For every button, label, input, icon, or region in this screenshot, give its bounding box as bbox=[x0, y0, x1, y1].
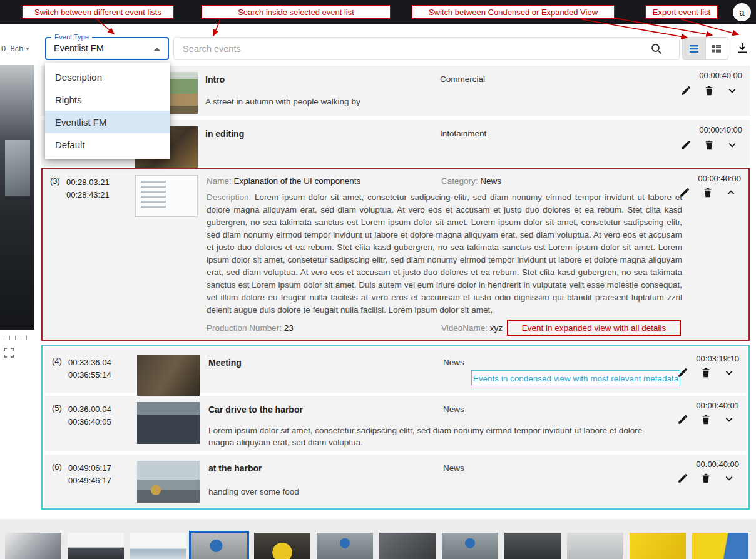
filmstrip-thumbnail[interactable] bbox=[442, 533, 498, 559]
event-row-4: (4) 00:33:36:0400:36:55:14 Meeting News … bbox=[44, 349, 747, 393]
event-timecodes: 00:28:03:2100:28:43:21 bbox=[66, 176, 110, 201]
event-description: handing over some food bbox=[208, 486, 299, 498]
event-category-line: Category: News bbox=[441, 176, 501, 186]
condensed-rows-group: (4) 00:33:36:0400:36:55:14 Meeting News … bbox=[41, 345, 750, 510]
edit-button[interactable] bbox=[677, 366, 689, 379]
event-description: Lorem ipsum dolor sit amet, consetetur s… bbox=[208, 425, 659, 448]
event-title: Meeting bbox=[208, 358, 242, 368]
event-category: News bbox=[443, 358, 464, 367]
view-toggle-group bbox=[682, 37, 728, 60]
condensed-view-icon bbox=[688, 43, 700, 54]
fullscreen-icon bbox=[4, 348, 14, 358]
edit-button[interactable] bbox=[677, 472, 689, 485]
timeline-ruler-ticks bbox=[4, 336, 31, 340]
event-title: Intro bbox=[205, 74, 225, 84]
event-description-full: Description: Lorem ipsum dolor sit amet,… bbox=[207, 191, 682, 316]
filmstrip-thumbnail[interactable] bbox=[692, 533, 748, 559]
event-duration: 00:00:40:00 bbox=[696, 460, 739, 469]
export-eventlist-button[interactable] bbox=[735, 41, 749, 55]
expanded-view-button[interactable] bbox=[705, 38, 728, 59]
delete-button[interactable] bbox=[700, 472, 712, 485]
annotation-switch-eventlists: Switch between different event lists bbox=[22, 5, 174, 19]
filmstrip-thumbnail[interactable] bbox=[504, 533, 561, 559]
menu-option-description[interactable]: Description bbox=[45, 66, 170, 88]
event-category: Infotainment bbox=[440, 129, 486, 138]
event-number: (4) bbox=[52, 356, 62, 366]
event-row-5: (5) 00:36:00:0400:36:40:05 Car drive to … bbox=[44, 396, 747, 451]
search-field bbox=[173, 37, 680, 60]
delete-button[interactable] bbox=[700, 366, 712, 379]
fullscreen-button[interactable] bbox=[4, 348, 15, 359]
collapse-chevron-button[interactable] bbox=[725, 186, 737, 199]
search-icon[interactable] bbox=[650, 43, 663, 58]
event-row-6: (6) 00:49:06:1700:49:46:17 at the harbor… bbox=[44, 455, 747, 508]
delete-button[interactable] bbox=[700, 413, 712, 426]
edit-button[interactable] bbox=[680, 139, 692, 151]
menu-option-default[interactable]: Default bbox=[45, 133, 170, 156]
edit-button[interactable] bbox=[678, 186, 691, 199]
expand-chevron-button[interactable] bbox=[723, 413, 735, 426]
event-category: News bbox=[443, 463, 464, 473]
annotation-export: Export event list bbox=[645, 5, 718, 19]
edit-button[interactable] bbox=[677, 413, 689, 426]
clip-name-dropdown[interactable]: 0_8ch ▾ bbox=[1, 44, 29, 53]
event-number: (5) bbox=[52, 403, 62, 413]
expand-chevron-button[interactable] bbox=[723, 472, 735, 485]
filmstrip-thumbnail[interactable] bbox=[68, 533, 124, 559]
event-type-value: Eventlist FM bbox=[54, 43, 104, 53]
user-avatar[interactable]: a bbox=[733, 3, 751, 21]
expand-chevron-button[interactable] bbox=[726, 84, 738, 97]
event-timecodes: 00:33:36:0400:36:55:14 bbox=[68, 356, 111, 381]
expand-chevron-button[interactable] bbox=[723, 366, 735, 379]
event-type-select[interactable]: Event Type Eventlist FM bbox=[45, 37, 169, 60]
event-number: (3) bbox=[50, 176, 60, 186]
event-thumbnail bbox=[137, 461, 200, 503]
event-type-menu: Description Rights Eventlist FM Default bbox=[45, 63, 170, 159]
event-category: Commercial bbox=[440, 74, 485, 84]
clip-name-label: 0_8ch bbox=[1, 44, 23, 53]
condensed-view-button[interactable] bbox=[683, 38, 705, 59]
event-duration: 00:00:40:00 bbox=[699, 71, 742, 80]
video-preview-partial bbox=[0, 65, 34, 330]
filmstrip-thumbnail-selected[interactable] bbox=[191, 533, 247, 559]
event-production-number: Production Number: 23 bbox=[207, 323, 294, 333]
delete-button[interactable] bbox=[703, 139, 715, 151]
event-name-line: Name: Explanation of the UI components bbox=[207, 176, 360, 186]
event-title: at the harbor bbox=[208, 463, 262, 473]
filmstrip-thumbnail[interactable] bbox=[254, 533, 310, 559]
delete-button[interactable] bbox=[703, 84, 715, 97]
event-timecodes: 00:49:06:1700:49:46:17 bbox=[68, 462, 111, 487]
event-row-3-expanded: (3) 00:28:03:2100:28:43:21 Name: Explana… bbox=[41, 168, 750, 341]
annotation-search: Search inside selected event list bbox=[202, 5, 391, 19]
event-duration: 00:00:40:00 bbox=[699, 125, 742, 134]
filmstrip-thumbnail[interactable] bbox=[379, 533, 436, 559]
menu-option-rights[interactable]: Rights bbox=[45, 88, 170, 111]
expanded-view-icon bbox=[711, 43, 722, 54]
menu-option-eventlist-fm[interactable]: Eventlist FM bbox=[45, 111, 170, 133]
filmstrip-thumbnail[interactable] bbox=[630, 533, 686, 559]
event-thumbnail bbox=[135, 175, 198, 217]
event-thumbnail bbox=[137, 402, 200, 444]
filmstrip-thumbnail[interactable] bbox=[5, 533, 61, 559]
download-icon bbox=[735, 41, 749, 55]
edit-button[interactable] bbox=[680, 84, 692, 97]
event-type-label: Event Type bbox=[51, 33, 92, 41]
event-timecodes: 00:36:00:0400:36:40:05 bbox=[68, 403, 111, 428]
expand-chevron-button[interactable] bbox=[726, 139, 738, 151]
event-duration: 00:00:40:00 bbox=[698, 174, 741, 183]
event-category: News bbox=[443, 405, 464, 414]
filmstrip-thumbnail[interactable] bbox=[317, 533, 373, 559]
filmstrip-thumbnail[interactable] bbox=[130, 533, 186, 559]
filmstrip-thumbnail[interactable] bbox=[567, 533, 623, 559]
search-input[interactable] bbox=[181, 40, 647, 58]
annotation-expanded-view: Event in expanded view with all details bbox=[507, 320, 681, 336]
event-description: A street in autumn with people walking b… bbox=[205, 96, 360, 108]
event-duration: 00:00:40:01 bbox=[696, 401, 739, 410]
event-title: in editing bbox=[205, 129, 244, 139]
chevron-down-icon: ▾ bbox=[26, 45, 29, 52]
chevron-up-icon bbox=[154, 48, 160, 51]
app-window: Switch between different event lists Sea… bbox=[0, 0, 756, 559]
delete-button[interactable] bbox=[702, 186, 714, 199]
event-thumbnail bbox=[137, 355, 200, 397]
annotation-view-toggle: Switch between Condensed or Expanded Vie… bbox=[412, 5, 615, 19]
